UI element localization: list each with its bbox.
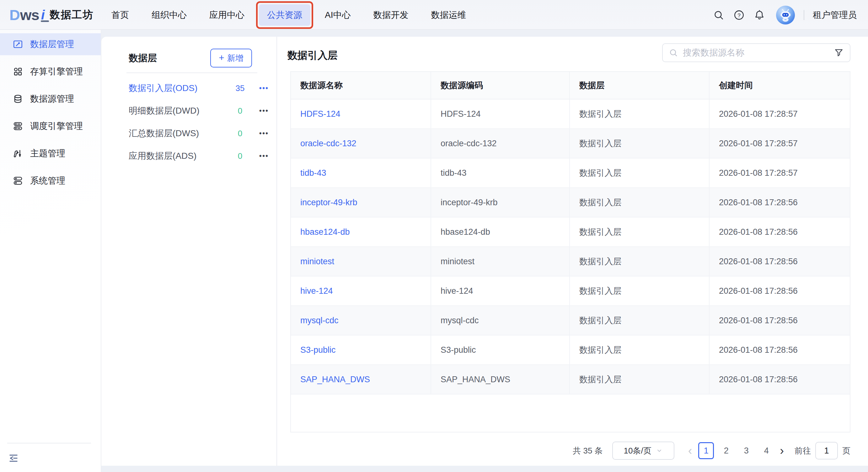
page-button-3[interactable]: 3 xyxy=(738,442,754,459)
prev-page-button[interactable]: ‹ xyxy=(686,445,694,457)
table-row: oracle-cdc-132 oracle-cdc-132 数据引入层 2026… xyxy=(291,129,850,158)
tools-icon xyxy=(12,148,23,159)
nav-item-home[interactable]: 首页 xyxy=(112,9,129,21)
more-actions-icon[interactable]: ••• xyxy=(250,152,269,160)
layer-count-badge: 0 xyxy=(230,129,250,138)
logo-letter-i: i xyxy=(40,7,46,23)
created-time-cell: 2026-01-08 17:28:57 xyxy=(710,158,850,187)
datasource-name-link[interactable]: miniotest xyxy=(300,257,334,266)
more-actions-icon[interactable]: ••• xyxy=(250,84,269,93)
bell-icon[interactable] xyxy=(753,9,765,21)
sidebar: 数据层管理 存算引擎管理 数据源管理 调度引擎管理 主题管理 xyxy=(0,30,101,472)
pagination-bar: 共 35 条 10条/页 ‹ 1 2 3 4 › 前往 页 xyxy=(573,441,850,461)
components-grid-icon xyxy=(12,66,23,77)
nav-item-ai-center[interactable]: AI中心 xyxy=(325,9,350,21)
nav-item-data-ops[interactable]: 数据运维 xyxy=(431,9,466,21)
add-layer-button[interactable]: + 新增 xyxy=(210,49,252,67)
sidebar-item-label: 数据源管理 xyxy=(30,93,74,105)
topbar-divider xyxy=(804,10,804,20)
nav-item-public-resources[interactable]: 公共资源 xyxy=(267,9,302,21)
more-actions-icon[interactable]: ••• xyxy=(250,107,269,115)
layer-item-ads[interactable]: 应用数据层(ADS) 0 ••• xyxy=(129,145,269,167)
table-row: hbase124-db hbase124-db 数据引入层 2026-01-08… xyxy=(291,218,850,247)
collapse-sidebar-icon[interactable] xyxy=(8,452,19,464)
sidebar-item-storage-compute-engine[interactable]: 存算引擎管理 xyxy=(0,61,101,83)
goto-page-input[interactable] xyxy=(815,442,838,460)
column-header-code: 数据源编码 xyxy=(431,72,570,99)
table-row: HDFS-124 HDFS-124 数据引入层 2026-01-08 17:28… xyxy=(291,99,850,129)
layer-item-dwd[interactable]: 明细数据层(DWD) 0 ••• xyxy=(129,99,269,122)
data-layer-cell: 数据引入层 xyxy=(570,336,710,364)
logo-letters-ws: ws xyxy=(20,6,39,24)
page-button-2[interactable]: 2 xyxy=(718,442,734,459)
page-button-4[interactable]: 4 xyxy=(758,442,774,459)
sidebar-item-system-mgmt[interactable]: 系统管理 xyxy=(0,170,101,192)
app-logo[interactable]: D ws i 数据工坊 xyxy=(9,0,94,30)
datasource-code-cell: oracle-cdc-132 xyxy=(431,129,570,158)
column-header-created: 创建时间 xyxy=(710,72,850,99)
nav-item-data-dev[interactable]: 数据开发 xyxy=(373,9,408,21)
data-layer-cell: 数据引入层 xyxy=(570,129,710,158)
user-avatar[interactable] xyxy=(776,5,795,25)
sidebar-item-datasource-mgmt[interactable]: 数据源管理 xyxy=(0,88,101,110)
layer-count-badge: 0 xyxy=(230,106,250,116)
data-layer-cell: 数据引入层 xyxy=(570,99,710,128)
table-body: HDFS-124 HDFS-124 数据引入层 2026-01-08 17:28… xyxy=(291,99,850,395)
topbar: D ws i 数据工坊 首页 组织中心 应用中心 公共资源 AI中心 数据开发 … xyxy=(0,0,868,30)
datasource-code-cell: hive-124 xyxy=(431,277,570,305)
search-icon[interactable] xyxy=(713,9,724,21)
datasource-name-link[interactable]: hbase124-db xyxy=(300,227,350,237)
sidebar-item-theme-mgmt[interactable]: 主题管理 xyxy=(0,143,101,164)
column-header-layer: 数据层 xyxy=(570,72,710,99)
page-title: 数据引入层 xyxy=(287,49,338,62)
sidebar-item-label: 调度引擎管理 xyxy=(30,120,83,132)
nav-item-app-center[interactable]: 应用中心 xyxy=(209,9,244,21)
datasource-name-link[interactable]: inceptor-49-krb xyxy=(300,198,358,208)
nav-item-public-resources-label: 公共资源 xyxy=(259,4,310,26)
datasource-name-link[interactable]: hive-124 xyxy=(300,286,333,296)
help-icon[interactable]: ? xyxy=(733,9,745,21)
datasource-code-cell: mysql-cdc xyxy=(431,306,570,335)
table-row: SAP_HANA_DWS SAP_HANA_DWS 数据引入层 2026-01-… xyxy=(291,365,850,395)
plus-icon: + xyxy=(219,53,224,62)
datasource-name-link[interactable]: mysql-cdc xyxy=(300,316,339,325)
page-size-select[interactable]: 10条/页 xyxy=(612,442,674,460)
total-count-label: 共 35 条 xyxy=(573,445,602,456)
nav-item-org-center[interactable]: 组织中心 xyxy=(152,9,187,21)
next-page-button[interactable]: › xyxy=(778,445,786,457)
created-time-cell: 2026-01-08 17:28:56 xyxy=(710,336,850,364)
edit-square-icon xyxy=(12,39,23,50)
more-actions-icon[interactable]: ••• xyxy=(250,129,269,138)
sidebar-item-data-layer-mgmt[interactable]: 数据层管理 xyxy=(0,33,101,55)
table-row: mysql-cdc mysql-cdc 数据引入层 2026-01-08 17:… xyxy=(291,306,850,336)
created-time-cell: 2026-01-08 17:28:56 xyxy=(710,188,850,217)
sidebar-item-scheduler-engine-mgmt[interactable]: 调度引擎管理 xyxy=(0,115,101,137)
sidebar-item-label: 主题管理 xyxy=(30,148,65,159)
datasource-code-cell: tidb-43 xyxy=(431,158,570,187)
filter-funnel-icon[interactable] xyxy=(834,48,844,58)
datasource-code-cell: hbase124-db xyxy=(431,218,570,246)
datasource-name-link[interactable]: HDFS-124 xyxy=(300,109,340,119)
created-time-cell: 2026-01-08 17:28:56 xyxy=(710,277,850,305)
datasource-content: 数据引入层 数据源名称 数据源编码 数据层 创建时间 xyxy=(277,37,868,466)
datasource-name-link[interactable]: tidb-43 xyxy=(300,168,327,178)
page-button-1[interactable]: 1 xyxy=(698,442,714,459)
datasource-code-cell: inceptor-49-krb xyxy=(431,188,570,217)
layers-panel-divider xyxy=(126,72,257,73)
table-row: hive-124 hive-124 数据引入层 2026-01-08 17:28… xyxy=(291,277,850,306)
created-time-cell: 2026-01-08 17:28:56 xyxy=(710,306,850,335)
logo-letter-d: D xyxy=(9,6,20,24)
search-icon xyxy=(669,48,678,58)
sidebar-item-label: 数据层管理 xyxy=(30,38,74,50)
datasource-name-link[interactable]: oracle-cdc-132 xyxy=(300,139,356,149)
column-header-name: 数据源名称 xyxy=(291,72,431,99)
datasource-name-link[interactable]: S3-public xyxy=(300,345,336,355)
table-row: miniotest miniotest 数据引入层 2026-01-08 17:… xyxy=(291,247,850,277)
data-layers-panel: 数据层 + 新增 数据引入层(ODS) 35 ••• 明细数据层(DWD) 0 … xyxy=(101,37,277,466)
datasource-name-link[interactable]: SAP_HANA_DWS xyxy=(300,375,370,384)
layer-item-dws[interactable]: 汇总数据层(DWS) 0 ••• xyxy=(129,122,269,145)
search-input[interactable] xyxy=(683,48,834,58)
table-row: S3-public S3-public 数据引入层 2026-01-08 17:… xyxy=(291,336,850,365)
layer-item-ods[interactable]: 数据引入层(ODS) 35 ••• xyxy=(129,77,269,99)
layers-panel-title: 数据层 xyxy=(129,52,157,65)
